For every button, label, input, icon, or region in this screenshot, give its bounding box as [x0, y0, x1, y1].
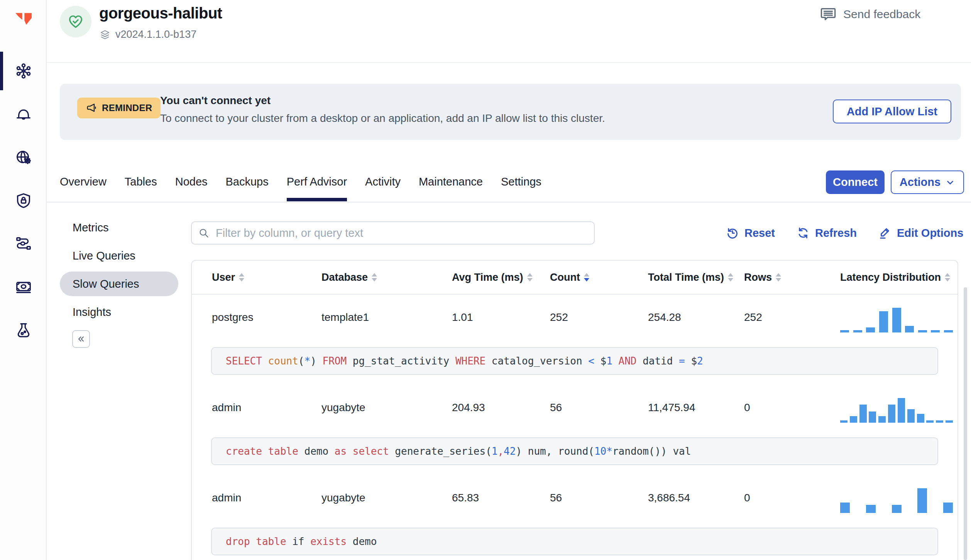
perf-advisor-subnav: Metrics Live Queries Slow Queries Insigh…: [60, 215, 178, 348]
column-header-database[interactable]: Database: [321, 272, 452, 283]
reset-clock-icon: [726, 226, 739, 240]
add-ip-allow-list-label: Add IP Allow List: [847, 105, 937, 118]
latency-bar: [840, 503, 850, 513]
latency-bar: [869, 412, 876, 423]
connect-button[interactable]: Connect: [826, 170, 885, 194]
refresh-label: Refresh: [815, 227, 857, 240]
filter-container: [191, 221, 595, 245]
collapse-sidebar-button[interactable]: [72, 330, 90, 348]
latency-bar: [944, 330, 953, 332]
rows-cell: 0: [744, 401, 840, 414]
page-title: gorgeous-halibut: [99, 5, 222, 22]
column-header-latency-distribution[interactable]: Latency Distribution: [840, 272, 957, 283]
sidebar-item-clusters[interactable]: [0, 49, 47, 93]
latency-bar: [917, 488, 927, 513]
reset-button[interactable]: Reset: [726, 226, 775, 240]
tab-overview[interactable]: Overview: [60, 175, 107, 201]
sidebar-item-alerts[interactable]: [0, 93, 47, 136]
tab-nodes[interactable]: Nodes: [175, 175, 208, 201]
sort-icon: [527, 273, 533, 282]
edit-options-label: Edit Options: [897, 227, 963, 240]
tab-activity[interactable]: Activity: [365, 175, 401, 201]
sort-icon: [372, 273, 377, 282]
query-row: create table demo as select generate_ser…: [192, 437, 957, 465]
add-ip-allow-list-button[interactable]: Add IP Allow List: [833, 100, 951, 123]
tab-perf-advisor[interactable]: Perf Advisor: [287, 175, 347, 201]
rows-cell: 252: [744, 311, 840, 324]
sidebar-item-network-access[interactable]: [0, 136, 47, 179]
database-cell: template1: [321, 311, 452, 324]
latency-bar: [936, 420, 943, 423]
total-time-cell: 3,686.54: [648, 492, 744, 504]
column-header-total-time[interactable]: Total Time (ms): [648, 272, 744, 283]
latency-chart: [840, 307, 953, 332]
latency-chart: [840, 487, 953, 513]
user-cell: postgres: [212, 311, 321, 324]
latency-bar: [898, 398, 905, 423]
integrations-icon: [15, 235, 32, 253]
query-text[interactable]: drop table if exists demo: [211, 528, 938, 555]
query-text[interactable]: create table demo as select generate_ser…: [211, 437, 938, 465]
sort-icon: [728, 273, 733, 282]
chevron-down-icon: [945, 177, 955, 187]
reminder-banner: REMINDER You can't connect yet To connec…: [60, 84, 961, 140]
column-header-rows[interactable]: Rows: [744, 272, 840, 283]
billing-icon: [15, 278, 32, 296]
latency-bar: [879, 311, 888, 332]
query-text[interactable]: SELECT count(*) FROM pg_stat_activity WH…: [211, 347, 938, 375]
tab-settings[interactable]: Settings: [501, 175, 541, 201]
query-row: drop table if exists demo: [192, 528, 957, 555]
latency-bar: [888, 405, 895, 423]
search-input[interactable]: [191, 221, 595, 245]
send-feedback-button[interactable]: Send feedback: [819, 5, 920, 23]
bell-icon: [15, 105, 32, 123]
table-row[interactable]: adminyugabyte65.83563,686.540: [192, 475, 957, 521]
database-cell: yugabyte: [321, 492, 452, 504]
user-cell: admin: [212, 492, 321, 504]
database-cell: yugabyte: [321, 401, 452, 414]
connect-label: Connect: [833, 176, 878, 189]
avg-time-cell: 204.93: [452, 401, 550, 414]
tab-backups[interactable]: Backups: [226, 175, 269, 201]
tab-maintenance[interactable]: Maintenance: [419, 175, 483, 201]
column-header-count[interactable]: Count: [550, 272, 648, 283]
sidebar-item-security[interactable]: [0, 179, 47, 222]
latency-bar: [892, 308, 901, 332]
latency-bar: [853, 330, 862, 332]
count-cell: 56: [550, 492, 648, 504]
sidebar-item-labs[interactable]: [0, 309, 47, 352]
reminder-badge: REMINDER: [77, 98, 161, 118]
sidebar-item-usage-billing[interactable]: [0, 265, 47, 309]
subnav-item-metrics[interactable]: Metrics: [60, 215, 178, 240]
actions-button[interactable]: Actions: [891, 170, 964, 194]
latency-bar: [840, 330, 849, 332]
page-header: gorgeous-halibut v2024.1.1.0-b137 Send f…: [47, 0, 971, 63]
scrollbar-thumb[interactable]: [964, 287, 967, 560]
left-rail: [0, 0, 47, 560]
column-header-avg-time[interactable]: Avg Time (ms): [452, 272, 550, 283]
latency-bar: [892, 505, 902, 513]
subnav-item-insights[interactable]: Insights: [60, 300, 178, 324]
total-time-cell: 11,475.94: [648, 401, 744, 414]
tab-tables[interactable]: Tables: [125, 175, 157, 201]
latency-bar: [946, 420, 953, 423]
refresh-button[interactable]: Refresh: [796, 226, 857, 240]
column-header-user[interactable]: User: [212, 272, 321, 283]
slow-queries-table: User Database Avg Time (ms) Count Total …: [191, 260, 958, 560]
edit-options-button[interactable]: Edit Options: [878, 226, 963, 240]
total-time-cell: 254.28: [648, 311, 744, 324]
latency-chart: [840, 397, 953, 423]
heart-check-icon: [67, 13, 84, 30]
clusters-icon: [15, 62, 32, 80]
yugabyte-logo-icon[interactable]: [0, 8, 47, 30]
sort-icon: [239, 273, 244, 282]
latency-bar: [859, 405, 867, 423]
subnav-item-slow-queries[interactable]: Slow Queries: [60, 272, 178, 296]
table-row[interactable]: postgrestemplate11.01252254.28252: [192, 295, 957, 340]
feedback-bubble-icon: [819, 5, 837, 23]
sidebar-item-integrations[interactable]: [0, 222, 47, 265]
latency-bar: [907, 409, 915, 423]
table-row[interactable]: adminyugabyte204.935611,475.940: [192, 385, 957, 430]
subnav-item-live-queries[interactable]: Live Queries: [60, 243, 178, 268]
refresh-icon: [796, 226, 810, 240]
